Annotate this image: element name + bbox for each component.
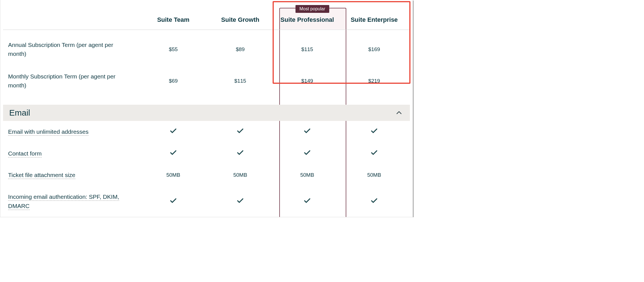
check-icon — [169, 130, 177, 136]
section-title: Email — [9, 108, 30, 118]
check-icon — [303, 200, 311, 206]
row-label-monthly: Monthly Subscription Term (per agent per… — [3, 64, 140, 104]
price-annual-growth: $89 — [207, 36, 274, 58]
check-icon — [169, 200, 177, 206]
check-icon — [236, 130, 244, 136]
check-icon — [370, 200, 378, 206]
pricing-rows: Annual Subscription Term (per agent per … — [3, 30, 410, 104]
feature-value — [140, 143, 207, 164]
table-row: Email with unlimited addresses — [3, 121, 410, 143]
plan-header-enterprise: Suite Enterprise — [341, 0, 408, 30]
pricing-comparison-table: Most popular Suite Team Suite Growth Sui… — [0, 0, 413, 217]
feature-value — [341, 121, 408, 142]
table-row: Incoming email authentication: SPF, DKIM… — [3, 186, 410, 217]
feature-value — [341, 191, 408, 212]
price-annual-professional: $115 — [274, 36, 341, 58]
feature-rows: Email with unlimited addresses Contact f… — [3, 121, 410, 217]
feature-value: 50MB — [341, 166, 408, 184]
plan-header-professional: Suite Professional — [274, 0, 341, 30]
feature-value — [140, 191, 207, 212]
check-icon — [370, 152, 378, 158]
price-monthly-professional: $149 — [274, 70, 341, 98]
feature-value — [274, 143, 341, 164]
table-row: Ticket file attachment size 50MB 50MB 50… — [3, 164, 410, 186]
feature-value: 50MB — [274, 166, 341, 184]
chevron-up-icon — [395, 109, 403, 116]
check-icon — [236, 200, 244, 206]
check-icon — [370, 130, 378, 136]
feature-value — [274, 121, 341, 142]
table-header-row: Suite Team Suite Growth Suite Profession… — [3, 0, 410, 30]
check-icon — [303, 130, 311, 136]
plan-header-growth: Suite Growth — [207, 0, 274, 30]
feature-label[interactable]: Incoming email authentication: SPF, DKIM… — [3, 186, 140, 217]
price-monthly-enterprise: $219 — [341, 70, 408, 98]
feature-value — [207, 191, 274, 212]
feature-label[interactable]: Ticket file attachment size — [3, 164, 140, 186]
feature-value: 50MB — [207, 166, 274, 184]
feature-value — [274, 191, 341, 212]
table-row: Monthly Subscription Term (per agent per… — [3, 64, 410, 104]
price-annual-team: $55 — [140, 36, 207, 58]
table-header-spacer — [3, 4, 140, 26]
row-label-annual: Annual Subscription Term (per agent per … — [3, 30, 140, 64]
feature-value — [140, 121, 207, 142]
check-icon — [236, 152, 244, 158]
check-icon — [303, 152, 311, 158]
feature-value: 50MB — [140, 166, 207, 184]
price-monthly-growth: $115 — [207, 70, 274, 98]
table-row: Annual Subscription Term (per agent per … — [3, 30, 410, 64]
section-header-email[interactable]: Email — [3, 105, 410, 121]
plan-header-team: Suite Team — [140, 0, 207, 30]
feature-value — [341, 143, 408, 164]
feature-value — [207, 143, 274, 164]
price-annual-enterprise: $169 — [341, 36, 408, 58]
feature-label[interactable]: Email with unlimited addresses — [3, 121, 140, 143]
table-row: Contact form — [3, 143, 410, 164]
popular-badge: Most popular — [295, 5, 329, 13]
feature-label[interactable]: Contact form — [3, 143, 140, 164]
feature-value — [207, 121, 274, 142]
check-icon — [169, 152, 177, 158]
price-monthly-team: $69 — [140, 70, 207, 98]
